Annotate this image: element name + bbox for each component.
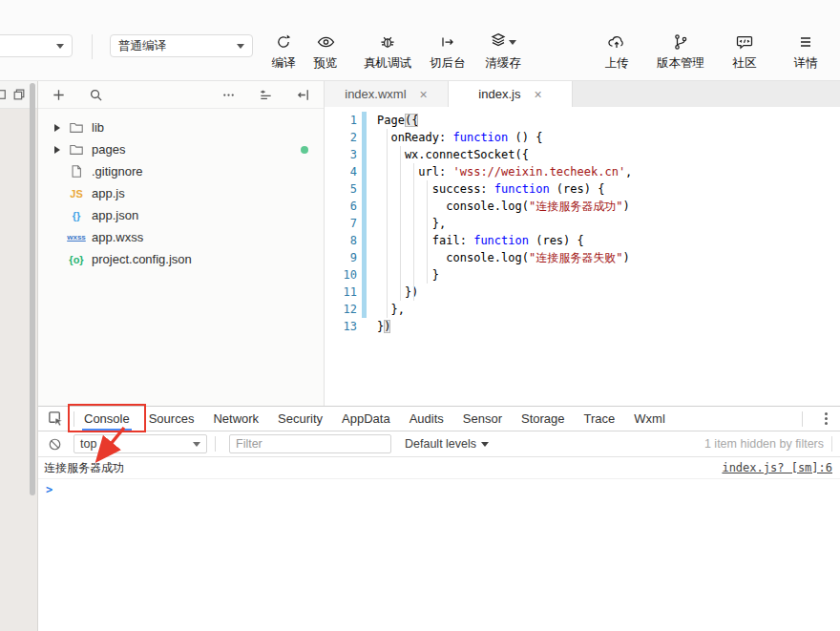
compile-mode-value: 普通编译 xyxy=(118,38,237,54)
close-icon[interactable]: × xyxy=(420,88,428,101)
search-icon[interactable] xyxy=(89,88,103,102)
file-name: app.js xyxy=(92,186,125,200)
caret-right-icon[interactable] xyxy=(50,146,65,154)
layers-icon xyxy=(490,32,507,53)
code-line: 12 }, xyxy=(325,301,840,318)
tree-item-appjson[interactable]: {} app.json xyxy=(38,204,324,226)
devtools-tabbar: Console Sources Network Security AppData… xyxy=(38,407,840,431)
tree-item-projectconfig[interactable]: {o} project.config.json xyxy=(38,248,324,270)
file-name: project.config.json xyxy=(92,252,192,266)
line-number: 6 xyxy=(325,198,361,215)
code-token: url: xyxy=(377,165,452,179)
upload-button[interactable]: 上传 xyxy=(596,31,638,72)
version-manage-button[interactable]: 版本管理 xyxy=(657,31,704,72)
code-line: 4 url: 'wss://weixin.techeek.cn', xyxy=(325,163,840,180)
modified-indicator-dot xyxy=(301,146,308,154)
community-button[interactable]: 社区 xyxy=(724,31,766,72)
background-switch-button[interactable]: 切后台 xyxy=(427,31,469,72)
more-icon[interactable] xyxy=(221,88,236,102)
switch-background-icon xyxy=(439,31,456,53)
console-log-row: 连接服务器成功 index.js? [sm]:6 xyxy=(38,457,840,479)
kebab-menu-icon[interactable] xyxy=(822,410,830,428)
code-line: 3 wx.connectSocket({ xyxy=(325,146,840,163)
code-line: 2 onReady: function () { xyxy=(325,129,840,146)
collapse-panel-icon[interactable] xyxy=(296,88,310,102)
devtools-tab-security[interactable]: Security xyxy=(278,407,323,431)
clear-cache-button[interactable]: 清缓存 xyxy=(482,31,524,72)
code-token: success: xyxy=(377,182,494,196)
line-number: 12 xyxy=(325,301,361,318)
explorer-header xyxy=(38,81,324,109)
execution-context-dropdown[interactable]: top xyxy=(74,434,207,453)
devtools-tab-storage[interactable]: Storage xyxy=(521,407,565,431)
tab-index-js[interactable]: index.js × xyxy=(449,81,573,107)
compile-button[interactable]: 编译 xyxy=(262,31,304,72)
line-number: 7 xyxy=(325,215,361,232)
devtools-tab-network[interactable]: Network xyxy=(213,407,259,431)
file-name: pages xyxy=(92,142,125,157)
tree-item-pages[interactable]: pages xyxy=(38,138,324,160)
line-number: 11 xyxy=(325,284,361,301)
tab-index-wxml[interactable]: index.wxml × xyxy=(325,81,449,107)
levels-label: Default levels xyxy=(405,437,476,451)
file-name: app.wxss xyxy=(92,230,143,244)
sort-list-icon[interactable] xyxy=(259,88,273,102)
add-file-icon[interactable] xyxy=(52,88,66,102)
code-token: function xyxy=(494,182,550,196)
device-debug-button[interactable]: 真机调试 xyxy=(364,31,411,72)
code-line: 9 console.log("连接服务器失败") xyxy=(325,249,840,266)
upload-label: 上传 xyxy=(605,55,629,72)
log-levels-dropdown[interactable]: Default levels xyxy=(405,437,489,451)
prompt-chevron-icon: > xyxy=(46,483,52,496)
debugger-panel: Console Sources Network Security AppData… xyxy=(38,406,840,631)
line-number: 3 xyxy=(325,146,361,163)
caret-right-icon[interactable] xyxy=(50,124,65,132)
tree-item-lib[interactable]: lib xyxy=(38,116,324,138)
console-source-link[interactable]: index.js? [sm]:6 xyxy=(722,461,832,474)
close-icon[interactable]: × xyxy=(534,88,541,101)
devtools-tab-sources[interactable]: Sources xyxy=(149,407,195,431)
restore-window-icon[interactable] xyxy=(12,88,26,101)
toolbar-right-group: 上传 版本管理 社区 详情 xyxy=(596,0,827,72)
chevron-down-icon xyxy=(193,442,200,447)
filter-input[interactable] xyxy=(229,434,391,453)
tree-item-appwxss[interactable]: wxss app.wxss xyxy=(38,226,324,248)
device-debug-label: 真机调试 xyxy=(364,55,411,72)
inspect-element-icon[interactable] xyxy=(48,410,64,427)
file-tree: lib pages .gitignore JS app.js xyxy=(38,109,324,270)
code-line: 5 success: function (res) { xyxy=(325,180,840,198)
compile-mode-dropdown[interactable]: 普通编译 xyxy=(110,34,253,57)
console-prompt-row[interactable]: > xyxy=(38,479,840,500)
devtools-tab-console[interactable]: Console xyxy=(84,407,130,431)
clear-console-icon[interactable] xyxy=(48,437,62,452)
chevron-down-icon xyxy=(509,40,516,45)
devtools-tab-trace[interactable]: Trace xyxy=(584,407,616,431)
compile-label: 编译 xyxy=(272,55,296,72)
devtools-tab-appdata[interactable]: AppData xyxy=(342,407,390,431)
preview-button[interactable]: 预览 xyxy=(304,31,346,72)
code-token: ) xyxy=(384,320,390,333)
devtools-tab-wxml[interactable]: Wxml xyxy=(634,407,665,431)
device-dropdown[interactable] xyxy=(0,34,73,57)
chat-bubble-icon xyxy=(735,31,754,53)
code-line: 7 }, xyxy=(325,215,840,232)
details-label: 详情 xyxy=(794,55,818,72)
dock-panel-icon[interactable] xyxy=(0,89,7,100)
indent-guide xyxy=(400,146,401,301)
line-number: 10 xyxy=(325,266,361,284)
hidden-items-info: 1 item hidden by filters xyxy=(704,437,824,451)
tree-item-appjs[interactable]: JS app.js xyxy=(38,182,324,204)
console-toolbar: top Default levels 1 item hidden by filt… xyxy=(38,431,840,457)
refresh-icon xyxy=(275,31,292,53)
code-token: fail: xyxy=(377,234,473,247)
vertical-scrollbar[interactable] xyxy=(30,83,35,495)
tab-label: index.wxml xyxy=(345,87,406,101)
preview-label: 预览 xyxy=(314,55,338,72)
divider xyxy=(74,411,74,427)
devtools-tab-audits[interactable]: Audits xyxy=(410,407,444,431)
tab-label: index.js xyxy=(478,87,520,101)
devtools-tab-sensor[interactable]: Sensor xyxy=(463,407,502,431)
details-button[interactable]: 详情 xyxy=(785,31,827,72)
json-file-icon: {} xyxy=(73,210,81,221)
tree-item-gitignore[interactable]: .gitignore xyxy=(38,160,324,182)
